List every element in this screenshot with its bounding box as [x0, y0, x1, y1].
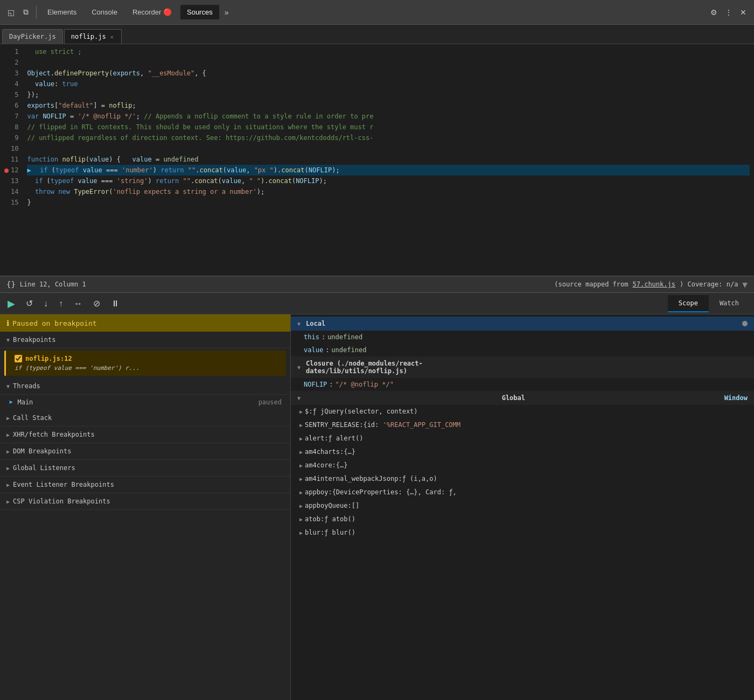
main-toolbar: ◱ ⧉ Elements Console Recorder 🔴 Sources …: [0, 0, 754, 25]
threads-label: Threads: [13, 382, 40, 390]
toolbar-right-icons: ⚙ ⋮ ✕: [707, 6, 750, 19]
file-tab-close-icon[interactable]: ✕: [109, 34, 115, 40]
file-tabs: DayPicker.js noflip.js ✕: [0, 25, 754, 44]
global-scope-header[interactable]: ▼ Global Window: [291, 391, 754, 405]
settings-icon[interactable]: ⚙: [707, 6, 721, 19]
noflip-key: NOFLIP: [304, 380, 327, 389]
source-map-text: (source mapped from: [554, 281, 628, 288]
line-num-1: 1: [4, 46, 18, 57]
tab-sources[interactable]: Sources: [180, 5, 219, 19]
status-bar-left: {} Line 12, Column 1: [6, 280, 86, 289]
atob-expand-icon[interactable]: ▶: [299, 515, 303, 524]
file-tab-noflip[interactable]: noflip.js ✕: [64, 29, 122, 44]
line-num-5: 5: [4, 89, 18, 100]
more-tabs-icon[interactable]: »: [221, 6, 232, 19]
scope-local-this: this : undefined: [291, 331, 754, 344]
tab-scope[interactable]: Scope: [668, 295, 709, 312]
tab-watch[interactable]: Watch: [709, 295, 750, 312]
scope-sentry: ▶ SENTRY_RELEASE : {id: '%REACT_APP_GIT_…: [291, 418, 754, 432]
pause-on-exception-button[interactable]: ⏸: [108, 297, 123, 311]
scope-dollar: ▶ $ : ƒ jQuery(selector, context): [291, 405, 754, 418]
event-listener-breakpoints-section[interactable]: ▶ Event Listener Breakpoints: [0, 477, 290, 493]
scope-am4core: ▶ am4core : {…}: [291, 459, 754, 472]
scope-appboy: ▶ appboy : {DeviceProperties: {…}, Card:…: [291, 486, 754, 499]
xhr-breakpoints-section[interactable]: ▶ XHR/fetch Breakpoints: [0, 426, 290, 443]
breakpoints-arrow-icon: ▼: [6, 337, 10, 343]
step-out-button[interactable]: ↑: [55, 297, 66, 311]
thread-name: Main: [17, 398, 33, 406]
tab-recorder[interactable]: Recorder 🔴: [126, 5, 178, 19]
tab-console[interactable]: Console: [85, 5, 124, 19]
scope-blur: ▶ blur : ƒ blur(): [291, 526, 754, 540]
global-listeners-section[interactable]: ▶ Global Listeners: [0, 460, 290, 477]
sentry-expand-icon[interactable]: ▶: [299, 421, 303, 430]
breakpoints-section-header[interactable]: ▼ Breakpoints: [0, 332, 290, 348]
xhr-label: XHR/fetch Breakpoints: [13, 431, 95, 438]
line-num-7: 7: [4, 111, 18, 122]
breakpoint-item: noflip.js:12 if (typeof value === 'numbe…: [4, 351, 286, 376]
status-bar-right: (source mapped from 57.chunk.js ) Covera…: [554, 279, 748, 290]
code-line-6: exports["default"] = noflip;: [27, 100, 750, 111]
call-stack-label: Call Stack: [13, 414, 52, 422]
code-line-5: });: [27, 89, 750, 100]
threads-arrow-icon: ▼: [6, 383, 10, 389]
local-scope-label: Local: [306, 320, 325, 327]
global-listeners-arrow-icon: ▶: [6, 465, 10, 471]
scope-watch-tab-row: Scope Watch: [668, 295, 750, 312]
line-num-8: 8: [4, 122, 18, 132]
cursor-position: Line 12, Column 1: [20, 281, 86, 288]
expand-icon[interactable]: ▶: [299, 407, 303, 417]
atob-value: ƒ atob(): [324, 514, 355, 524]
code-line-15: }: [27, 197, 750, 208]
scope-this-key: this: [304, 332, 319, 342]
appboyqueue-expand-icon[interactable]: ▶: [299, 501, 303, 511]
dropdown-arrow-icon[interactable]: ▼: [742, 279, 748, 290]
cursor-icon[interactable]: ◱: [4, 6, 18, 19]
step-button[interactable]: ↔: [71, 297, 86, 311]
file-tab-daypicker[interactable]: DayPicker.js: [2, 29, 63, 44]
dom-breakpoints-section[interactable]: ▶ DOM Breakpoints: [0, 443, 290, 460]
line-num-6: 6: [4, 100, 18, 111]
breakpoint-checkbox[interactable]: [15, 355, 22, 362]
event-listener-label: Event Listener Breakpoints: [13, 481, 114, 488]
step-over-button[interactable]: ↺: [23, 296, 36, 311]
appboy-key: appboy: [305, 487, 328, 497]
debugger-toolbar: ▶ ↺ ↓ ↑ ↔ ⊘ ⏸ Scope Watch: [0, 293, 754, 314]
scope-value-key: value: [304, 345, 323, 355]
breakpoints-label: Breakpoints: [13, 336, 55, 344]
global-listeners-label: Global Listeners: [13, 464, 75, 472]
csp-breakpoints-section[interactable]: ▶ CSP Violation Breakpoints: [0, 493, 290, 510]
closure-scope-header[interactable]: ▼ Closure (./node_modules/react-dates/li…: [291, 356, 754, 378]
am4internal-expand-icon[interactable]: ▶: [299, 474, 303, 484]
right-panel: ▼ Local this : undefined value : undefin…: [291, 314, 754, 700]
code-lines[interactable]: use strict ; Object.defineProperty(expor…: [23, 44, 754, 276]
xhr-arrow-icon: ▶: [6, 432, 10, 438]
blur-expand-icon[interactable]: ▶: [299, 528, 303, 538]
closure-scope-label: Closure (./node_modules/react-dates/lib/…: [306, 360, 423, 375]
device-icon[interactable]: ⧉: [20, 5, 32, 19]
close-devtools-icon[interactable]: ✕: [737, 6, 750, 19]
resume-button[interactable]: ▶: [4, 296, 18, 312]
format-icon[interactable]: {}: [6, 280, 16, 289]
scope-atob: ▶ atob : ƒ atob(): [291, 513, 754, 526]
code-editor[interactable]: 1 2 3 4 5 6 7 8 9 10 11 12 13 14 15 use …: [0, 44, 754, 276]
atob-key: atob: [305, 514, 320, 524]
tab-elements[interactable]: Elements: [41, 5, 83, 19]
call-stack-section[interactable]: ▶ Call Stack: [0, 410, 290, 426]
alert-expand-icon[interactable]: ▶: [299, 434, 303, 444]
am4charts-value: {…}: [344, 447, 355, 457]
appboy-expand-icon[interactable]: ▶: [299, 488, 303, 498]
blur-key: blur: [305, 528, 320, 537]
deactivate-breakpoints-button[interactable]: ⊘: [90, 296, 103, 311]
threads-section-header[interactable]: ▼ Threads: [0, 378, 290, 395]
step-into-button[interactable]: ↓: [40, 297, 51, 311]
dom-label: DOM Breakpoints: [13, 447, 71, 455]
more-options-icon[interactable]: ⋮: [722, 6, 736, 19]
local-scope-header[interactable]: ▼ Local: [291, 317, 754, 331]
blur-value: ƒ blur(): [324, 528, 355, 537]
call-stack-arrow-icon: ▶: [6, 415, 10, 421]
am4charts-expand-icon[interactable]: ▶: [299, 447, 303, 457]
am4core-expand-icon[interactable]: ▶: [299, 461, 303, 471]
source-map-link[interactable]: 57.chunk.js: [633, 281, 675, 288]
appboyqueue-value: []: [352, 501, 359, 510]
